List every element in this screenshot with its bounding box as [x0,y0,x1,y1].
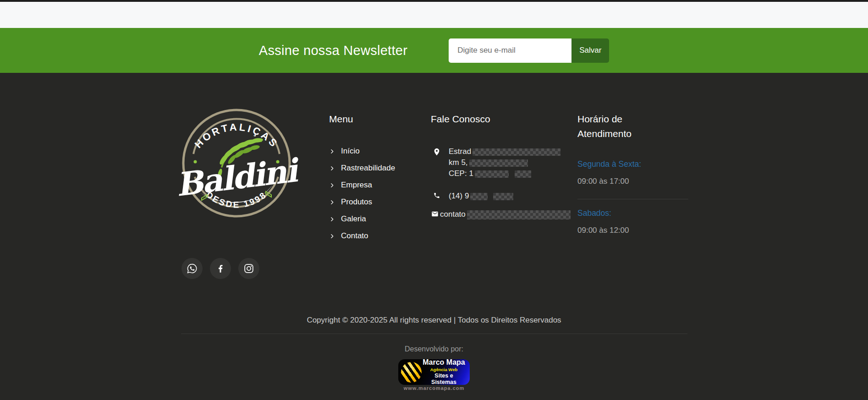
redacted-text [472,148,560,156]
chevron-right-icon [329,165,335,171]
social-links [181,258,329,279]
phone-row[interactable]: (14) 9 [431,191,577,202]
address-line1-prefix: Estrad [449,147,471,156]
menu-item-produtos[interactable]: Produtos [329,197,431,207]
whatsapp-button[interactable] [181,258,203,279]
phone-text: (14) 9 [449,191,513,202]
instagram-icon [243,263,254,274]
marco-mapa-text: Marco Mapa Agência Web Sites e Sistemas [422,358,466,386]
redacted-text [475,170,509,178]
footer-logo-column: HORTALIÇAS Bald [180,108,329,279]
newsletter-form: Salvar [449,38,609,63]
location-pin-icon [433,146,441,156]
footer-divider [181,334,687,334]
saturday-hours: 09:00 às 12:00 [577,226,688,235]
address-line2-prefix: km 5, [449,158,468,167]
marco-mapa-sun-icon [401,362,422,383]
menu-item-label: Galeria [341,214,366,224]
baldini-logo: HORTALIÇAS Bald [178,108,295,221]
developer-name: Marco Mapa [422,358,466,367]
facebook-button[interactable] [210,258,231,279]
whatsapp-icon [187,263,198,274]
redacted-text [493,193,513,200]
menu-item-label: Produtos [341,197,372,207]
newsletter-title: Assine nossa Newsletter [259,43,407,58]
phone-icon [433,191,441,199]
address-text: Estrad km 5, CEP: 1 [449,146,560,179]
email-prefix: contato [440,210,466,219]
chevron-right-icon [329,216,335,222]
menu-item-label: Contato [341,231,368,241]
menu-item-contato[interactable]: Contato [329,231,431,241]
footer-menu-column: Menu Início Rastreabilidade Empresa Prod… [329,108,431,279]
footer-columns: HORTALIÇAS Bald [180,73,688,279]
chevron-right-icon [329,233,335,239]
menu-heading: Menu [329,112,431,126]
menu-item-label: Empresa [341,180,372,190]
menu-item-inicio[interactable]: Início [329,146,431,156]
address-row: Estrad km 5, CEP: 1 [431,146,577,179]
chevron-right-icon [329,182,335,188]
redacted-text [467,210,571,219]
chevron-right-icon [329,199,335,205]
menu-item-label: Início [341,146,360,156]
email-row[interactable]: contato [431,209,577,220]
copyright-text: Copyright © 2020-2025 All rights reserve… [0,316,868,325]
footer: HORTALIÇAS Bald [0,73,868,400]
email-text: contato [440,209,571,220]
developer-tagline: Agência Web [422,367,466,372]
saturday-label: Sabados: [577,208,688,218]
menu-item-label: Rastreabilidade [341,163,395,173]
facebook-icon [215,263,225,274]
chevron-right-icon [329,148,335,154]
envelope-icon [431,209,439,218]
developer-logo-link[interactable]: Marco Mapa Agência Web Sites e Sistemas … [398,359,470,391]
developed-by-label: Desenvolvido por: [0,345,868,353]
hours-block: Segunda à Sexta: 09:00 às 17:00 Sabados:… [577,159,688,235]
redacted-text [515,170,531,178]
address-line3-prefix: CEP: 1 [449,169,473,178]
menu-item-rastreabilidade[interactable]: Rastreabilidade [329,163,431,173]
menu-item-empresa[interactable]: Empresa [329,180,431,190]
hours-heading: Horário de Atendimento [577,112,646,141]
footer-hours-column: Horário de Atendimento Segunda à Sexta: … [577,108,688,279]
newsletter-email-input[interactable] [449,38,571,63]
newsletter-bar: Assine nossa Newsletter Salvar [0,28,868,73]
redacted-text [469,159,528,167]
weekdays-label: Segunda à Sexta: [577,159,688,169]
menu-item-galeria[interactable]: Galeria [329,214,431,224]
page-background-gap [0,2,868,28]
menu-list: Início Rastreabilidade Empresa Produtos … [329,146,431,241]
weekdays-hours: 09:00 às 17:00 [577,177,688,186]
developer-url: www.marcomapa.com [398,385,470,391]
hours-divider [577,199,688,199]
newsletter-save-button[interactable]: Salvar [571,38,609,63]
marco-mapa-logo: Marco Mapa Agência Web Sites e Sistemas [398,359,470,385]
developer-subtitle: Sites e Sistemas [422,373,466,386]
phone-prefix: (14) 9 [449,192,469,200]
footer-contact-column: Fale Conosco Estrad km 5, CEP: 1 [431,108,577,279]
redacted-text [470,193,488,200]
contact-heading: Fale Conosco [431,112,577,126]
instagram-button[interactable] [238,258,259,279]
